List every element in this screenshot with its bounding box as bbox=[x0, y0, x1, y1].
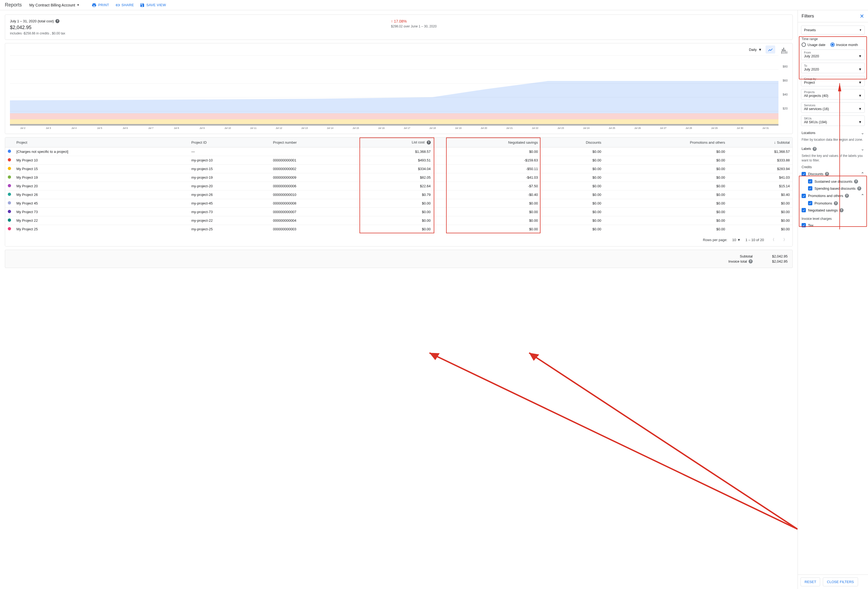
cell-negotiated-savings: -$159.63 bbox=[434, 156, 541, 165]
discounts-checkbox[interactable]: Discounts? ⌃ bbox=[801, 170, 865, 178]
cell-negotiated-savings: $0.00 bbox=[434, 225, 541, 234]
cell-project: My Project 73 bbox=[14, 208, 189, 216]
cell-subtotal: $15.14 bbox=[728, 182, 793, 191]
from-month-select[interactable]: From July 2020▼ bbox=[801, 49, 865, 60]
table-row[interactable]: My Project 22my-project-22000000000004$0… bbox=[5, 216, 793, 225]
cell-list-cost: $0.00 bbox=[359, 216, 434, 225]
reset-button[interactable]: RESET bbox=[800, 577, 820, 586]
cell-project-id: my-project-22 bbox=[189, 216, 270, 225]
col-negotiated-savings[interactable]: Negotiated savings bbox=[434, 138, 541, 148]
print-button[interactable]: PRINT bbox=[92, 3, 109, 7]
cell-promotions: $0.00 bbox=[604, 225, 728, 234]
cell-project-id: my-project-10 bbox=[189, 156, 270, 165]
table-row[interactable]: My Project 20my-project-20000000000006$2… bbox=[5, 182, 793, 191]
cell-promotions: $0.00 bbox=[604, 216, 728, 225]
check-icon bbox=[802, 209, 805, 212]
help-icon[interactable]: ? bbox=[813, 147, 816, 151]
help-icon[interactable]: ? bbox=[857, 186, 861, 191]
sustained-use-checkbox[interactable]: Sustained use discounts? bbox=[801, 178, 865, 185]
col-discounts[interactable]: Discounts bbox=[540, 138, 604, 148]
subtotal-value: $2,042.95 bbox=[763, 254, 788, 258]
cell-project-number: 000000000006 bbox=[270, 182, 359, 191]
projects-select[interactable]: Projects All projects (40)▼ bbox=[801, 89, 865, 99]
summary-sub: includes -$258.66 in credits , $0.00 tax bbox=[10, 31, 391, 35]
print-icon bbox=[92, 3, 96, 7]
promotions-checkbox[interactable]: Promotions? bbox=[801, 200, 865, 207]
cell-list-cost: $1,368.57 bbox=[359, 148, 434, 156]
cell-list-cost: $493.51 bbox=[359, 156, 434, 165]
help-icon[interactable]: ? bbox=[55, 19, 59, 23]
usage-date-radio[interactable]: Usage date bbox=[802, 43, 825, 47]
labels-section[interactable]: Labels ? ⌄ bbox=[801, 145, 865, 153]
locations-section[interactable]: Locations ⌄ bbox=[801, 129, 865, 137]
rows-per-page-picker[interactable]: 10 ▼ bbox=[732, 238, 741, 242]
help-icon[interactable]: ? bbox=[427, 141, 431, 145]
cell-project: My Project 25 bbox=[14, 225, 189, 234]
cell-promotions: $0.00 bbox=[604, 148, 728, 156]
cell-subtotal: $333.88 bbox=[728, 156, 793, 165]
table-row[interactable]: My Project 15my-project-15000000000002$3… bbox=[5, 165, 793, 173]
labels-desc: Select the key and values of the labels … bbox=[802, 154, 864, 163]
close-filters-bottom-button[interactable]: CLOSE FILTERS bbox=[823, 577, 858, 586]
cell-project: My Project 22 bbox=[14, 216, 189, 225]
chart-frequency-picker[interactable]: Daily ▼ bbox=[749, 47, 762, 52]
series-color-dot bbox=[8, 192, 11, 196]
chevron-down-icon: ▼ bbox=[858, 67, 862, 71]
negotiated-savings-checkbox[interactable]: Negotiated savings? bbox=[801, 207, 865, 214]
table-row[interactable]: My Project 26my-project-26000000000010$0… bbox=[5, 191, 793, 199]
save-icon bbox=[140, 3, 145, 7]
to-month-select[interactable]: To July 2020▼ bbox=[801, 63, 865, 73]
help-icon[interactable]: ? bbox=[845, 194, 849, 198]
next-page-button[interactable]: 〉 bbox=[781, 236, 789, 244]
cell-negotiated-savings: $0.00 bbox=[434, 216, 541, 225]
col-subtotal[interactable]: ↓ Subtotal bbox=[728, 138, 793, 148]
help-icon[interactable]: ? bbox=[748, 259, 753, 263]
table-row[interactable]: [Charges not specific to a project]—$1,3… bbox=[5, 148, 793, 156]
table-row[interactable]: My Project 25my-project-25000000000003$0… bbox=[5, 225, 793, 234]
save-view-button[interactable]: SAVE VIEW bbox=[140, 3, 166, 7]
cell-negotiated-savings: -$50.11 bbox=[434, 165, 541, 173]
table-header-row: Project Project ID Project number List c… bbox=[5, 138, 793, 148]
col-project[interactable]: Project bbox=[14, 138, 189, 148]
chart-xaxis: Jul 2Jul 3Jul 4Jul 5Jul 6Jul 7Jul 8Jul 9… bbox=[10, 127, 788, 129]
cell-discounts: $0.00 bbox=[540, 182, 604, 191]
check-icon bbox=[809, 180, 812, 183]
services-select[interactable]: Services All services (16)▼ bbox=[801, 102, 865, 113]
check-icon bbox=[802, 223, 805, 227]
cell-project-number: 000000000008 bbox=[270, 199, 359, 208]
tax-checkbox[interactable]: Tax bbox=[801, 222, 865, 229]
chevron-up-icon[interactable]: ⌃ bbox=[861, 193, 864, 198]
chart-type-line-button[interactable] bbox=[766, 46, 775, 53]
chevron-down-icon: ▼ bbox=[858, 120, 862, 124]
col-promotions[interactable]: Promotions and others bbox=[604, 138, 728, 148]
skus-select[interactable]: SKUs All SKUs (194)▼ bbox=[801, 115, 865, 126]
promotions-others-checkbox[interactable]: Promotions and others? ⌃ bbox=[801, 192, 865, 200]
spending-based-checkbox[interactable]: Spending based discounts? bbox=[801, 185, 865, 192]
group-by-select[interactable]: Group by Project▼ bbox=[801, 76, 865, 86]
col-project-id[interactable]: Project ID bbox=[189, 138, 270, 148]
series-color-dot bbox=[8, 149, 11, 153]
help-icon[interactable]: ? bbox=[840, 208, 843, 212]
summary-delta: ↑ 17.08% bbox=[391, 19, 788, 24]
chevron-up-icon[interactable]: ⌃ bbox=[861, 172, 864, 176]
table-row[interactable]: My Project 73my-project-73000000000007$0… bbox=[5, 208, 793, 216]
table-row[interactable]: My Project 45my-project-45000000000008$0… bbox=[5, 199, 793, 208]
help-icon[interactable]: ? bbox=[834, 201, 838, 205]
chevron-down-icon: ⌄ bbox=[861, 130, 864, 135]
help-icon[interactable]: ? bbox=[825, 172, 829, 176]
prev-page-button[interactable]: 〈 bbox=[769, 236, 776, 244]
presets-select[interactable]: Presets ▼ bbox=[801, 25, 865, 34]
col-list-cost[interactable]: List cost ? bbox=[359, 138, 434, 148]
cell-subtotal: $0.00 bbox=[728, 208, 793, 216]
cell-list-cost: $0.00 bbox=[359, 208, 434, 216]
table-row[interactable]: My Project 10my-project-10000000000001$4… bbox=[5, 156, 793, 165]
table-row[interactable]: My Project 19my-project-19000000000009$8… bbox=[5, 173, 793, 182]
col-project-number[interactable]: Project number bbox=[270, 138, 359, 148]
share-button[interactable]: SHARE bbox=[115, 3, 134, 7]
chevron-down-icon: ▼ bbox=[858, 107, 862, 111]
help-icon[interactable]: ? bbox=[854, 179, 858, 184]
invoice-month-radio[interactable]: Invoice month bbox=[830, 43, 858, 47]
cell-project-number: 000000000010 bbox=[270, 191, 359, 199]
close-filters-button[interactable]: ✕ bbox=[860, 13, 864, 19]
account-picker[interactable]: My Contract Billing Account ▼ bbox=[29, 3, 79, 7]
